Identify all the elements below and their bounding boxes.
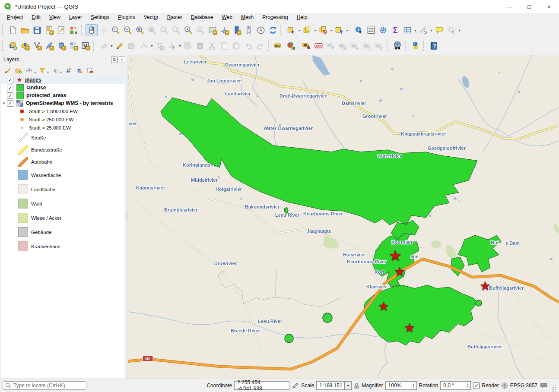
legend-item[interactable]: Landfläche (1, 182, 124, 196)
menu-database[interactable]: Database (187, 13, 217, 22)
expand-all-button[interactable]: ⇊ (63, 65, 73, 76)
menu-settings[interactable]: Settings (86, 13, 114, 22)
toggle-editing-button[interactable] (114, 40, 126, 52)
panel-close-button[interactable]: × (119, 57, 125, 63)
expand-arrow-icon[interactable]: ▾ (1, 101, 7, 105)
digitize-with-segment-dropdown[interactable]: ▾ (150, 40, 154, 52)
measure-button[interactable] (417, 24, 429, 36)
toolbar-grip[interactable] (405, 41, 408, 51)
manage-map-themes-button[interactable] (24, 65, 35, 76)
legend-item[interactable]: Autobahn (1, 156, 124, 168)
menu-raster[interactable]: Raster (163, 13, 187, 22)
rotation-spinner[interactable]: ▲▼ (465, 381, 471, 390)
refresh-map-button[interactable] (267, 24, 279, 36)
toolbar-grip[interactable] (2, 25, 6, 35)
add-group-button[interactable] (13, 65, 24, 76)
layer-diagram-options-button[interactable] (285, 40, 297, 52)
render-checkbox[interactable]: ✓ (473, 383, 480, 389)
deselect-features-button[interactable] (317, 24, 329, 36)
measure-dropdown[interactable]: ▾ (429, 24, 433, 36)
filter-by-expression-button[interactable]: ε (50, 65, 60, 76)
pin-unpin-labels-button[interactable]: ab (301, 40, 313, 52)
toolbar-grip[interactable] (280, 25, 284, 35)
messages-icon[interactable] (540, 382, 548, 389)
collapse-all-button[interactable]: ⇈ (74, 65, 84, 76)
add-vector-layer-button[interactable]: * (19, 40, 31, 52)
filter-legend-dropdown[interactable]: ▾ (47, 70, 49, 74)
add-postgis-layer-button[interactable]: * (55, 40, 67, 52)
close-button[interactable]: × (539, 0, 559, 13)
filter-by-expression-dropdown[interactable]: ▾ (60, 70, 62, 74)
legend-item[interactable]: Wasserfläche (1, 168, 124, 182)
new-print-layout-button[interactable]: * (43, 24, 55, 36)
show-spatial-bookmarks-button[interactable] (243, 24, 255, 36)
add-delimited-text-layer-button[interactable]: * (43, 40, 55, 52)
open-attribute-table-dropdown[interactable]: ▾ (413, 24, 417, 36)
current-edits-dropdown[interactable]: ▾ (110, 40, 114, 52)
zoom-out-button[interactable]: − (122, 24, 134, 36)
deselect-features-dropdown[interactable]: ▾ (329, 24, 333, 36)
manage-map-themes-dropdown[interactable]: ▾ (34, 70, 36, 74)
scale-value[interactable]: 1:168.151 (316, 381, 345, 390)
pan-map-button[interactable] (86, 24, 98, 36)
legend-item[interactable]: Straße (1, 132, 124, 144)
zoom-last-button[interactable] (182, 24, 194, 36)
layer-checkbox[interactable]: ✓ (7, 92, 13, 99)
zoom-in-button[interactable]: + (110, 24, 122, 36)
toolbar-grip[interactable] (387, 41, 390, 51)
open-layer-styling-button[interactable] (3, 65, 13, 76)
menu-project[interactable]: Project (3, 13, 27, 22)
menu-vector[interactable]: Vector (140, 13, 163, 22)
select-features-dropdown[interactable]: ▾ (297, 24, 301, 36)
map-tips-button[interactable] (433, 24, 445, 36)
new-3d-map-view-button[interactable]: * (219, 24, 231, 36)
coordinate-value[interactable]: 2.255.454 -4.041.638 (234, 381, 289, 390)
save-project-button[interactable] (31, 24, 43, 36)
map-canvas[interactable]: Koringlandsrivier (128, 55, 559, 379)
python-console-button[interactable] (410, 40, 422, 52)
legend-item[interactable]: Stadt > 25.000 EW (1, 123, 124, 132)
magnifier-value[interactable]: 100% (385, 381, 411, 390)
menu-help[interactable]: Help (292, 13, 312, 22)
menu-web[interactable]: Web (217, 13, 236, 22)
layer-item-protected-areas[interactable]: ✓protected_areas (1, 92, 124, 99)
new-map-view-button[interactable]: * (206, 24, 219, 36)
help-contents-button[interactable]: ? (428, 40, 440, 52)
layer-checkbox[interactable]: ✓ (7, 85, 13, 91)
layer-item-places[interactable]: ✓places (1, 76, 124, 84)
select-features-by-form-button[interactable] (301, 24, 313, 36)
legend-item[interactable]: Bundesstraße (1, 144, 124, 156)
open-attribute-table-button[interactable] (401, 24, 413, 36)
layer-labeling-options-button[interactable]: abc (273, 40, 285, 52)
toolbar-grip[interactable] (2, 41, 6, 51)
layer-checkbox[interactable]: ✓ (7, 100, 13, 107)
select-features-by-value-button[interactable] (333, 24, 345, 36)
new-project-button[interactable] (7, 24, 19, 36)
data-source-manager-button[interactable] (7, 40, 19, 52)
minimize-button[interactable]: — (499, 0, 519, 13)
statistical-summary-button[interactable]: Σ (389, 24, 401, 36)
highlight-pinned-labels-button[interactable]: abc (313, 40, 325, 52)
toolbar-grip[interactable] (268, 41, 271, 51)
legend-item[interactable]: Stadt > 1.000.000 EW (1, 107, 124, 115)
filter-legend-button[interactable] (37, 65, 48, 76)
run-feature-action-dropdown[interactable]: ▾ (457, 24, 461, 36)
add-virtual-layer-button[interactable]: * (79, 40, 92, 52)
show-layout-manager-button[interactable] (55, 24, 67, 36)
menu-processing[interactable]: Processing (258, 13, 292, 22)
zoom-full-extent-button[interactable] (134, 24, 146, 36)
new-spatial-bookmark-button[interactable]: * (231, 24, 243, 36)
magnifier-spinner[interactable]: ▲▼ (411, 381, 417, 390)
layer-checkbox[interactable]: ✓ (7, 77, 13, 83)
add-wms-layer-button[interactable]: * (67, 40, 79, 52)
menu-plugins[interactable]: Plugins (114, 13, 139, 22)
legend-item[interactable]: Wald (1, 196, 124, 211)
maximize-button[interactable]: □ (519, 0, 539, 13)
menu-edit[interactable]: Edit (27, 13, 45, 22)
toolbar-grip[interactable] (93, 41, 96, 51)
open-project-button[interactable] (19, 24, 31, 36)
identify-features-button[interactable]: i (353, 24, 365, 36)
legend-item[interactable]: Stadt > 250.000 EW (1, 115, 124, 123)
temporal-controller-button[interactable] (255, 24, 267, 36)
metasearch-button[interactable] (391, 40, 403, 52)
